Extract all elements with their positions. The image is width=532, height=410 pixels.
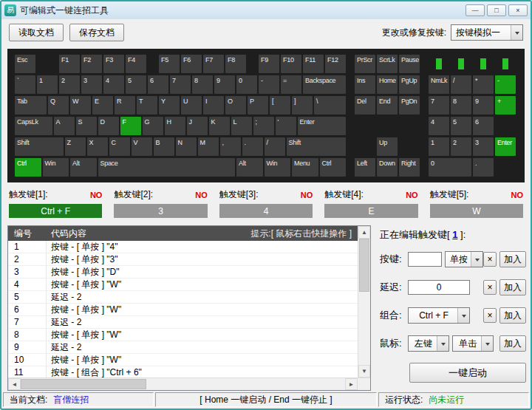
key-3[interactable]: 3	[81, 75, 102, 94]
key-del[interactable]: Del	[355, 96, 375, 115]
table-row[interactable]: 4按键 - [ 单按 ] "W"	[8, 279, 358, 291]
key-pause[interactable]: Pause	[399, 55, 420, 73]
key-right[interactable]: Right	[399, 158, 420, 177]
key-7[interactable]: 7	[170, 75, 191, 94]
key-6[interactable]: 6	[473, 117, 494, 135]
key-\[interactable]: \	[314, 96, 346, 115]
key-f8[interactable]: F8	[225, 55, 246, 73]
combo-add-button[interactable]: 加入	[499, 307, 526, 324]
delay-remove-button[interactable]: ×	[483, 280, 497, 295]
combo-remove-button[interactable]: ×	[483, 308, 497, 323]
read-doc-button[interactable]: 读取文档	[9, 24, 64, 41]
key-1[interactable]: 1	[37, 75, 58, 94]
key-f3[interactable]: F3	[103, 55, 124, 73]
key-8[interactable]: 8	[451, 96, 471, 115]
key-prscr[interactable]: PrScr	[355, 55, 375, 73]
key--[interactable]: -	[495, 75, 516, 94]
key-esc[interactable]: Esc	[15, 55, 35, 73]
key-alt[interactable]: Alt	[70, 158, 97, 177]
key-p[interactable]: P	[248, 96, 268, 115]
save-doc-button[interactable]: 保存文档	[69, 24, 124, 41]
key-s[interactable]: S	[76, 117, 97, 135]
key-f5[interactable]: F5	[159, 55, 180, 73]
key-e[interactable]: E	[92, 96, 113, 115]
key-input[interactable]	[408, 252, 442, 267]
key-`[interactable]: `	[15, 75, 35, 94]
key-c[interactable]: C	[109, 137, 130, 156]
key-w[interactable]: W	[70, 96, 91, 115]
key-v[interactable]: V	[132, 137, 152, 156]
scroll-down-icon[interactable]: ▼	[358, 365, 370, 377]
key-j[interactable]: J	[187, 117, 208, 135]
key-menu[interactable]: Menu	[292, 158, 318, 177]
key-alt[interactable]: Alt	[236, 158, 263, 177]
key-x[interactable]: X	[87, 137, 108, 156]
key-tab[interactable]: Tab	[15, 96, 47, 115]
key-m[interactable]: M	[198, 137, 219, 156]
key-pgup[interactable]: PgUp	[399, 75, 420, 94]
key-.[interactable]: .	[473, 158, 494, 177]
key-y[interactable]: Y	[159, 96, 180, 115]
key-;[interactable]: ;	[253, 117, 274, 135]
table-row[interactable]: 5延迟 - 2	[8, 291, 358, 304]
key-l[interactable]: L	[231, 117, 252, 135]
key-f7[interactable]: F7	[203, 55, 224, 73]
key-k[interactable]: K	[209, 117, 230, 135]
key-f6[interactable]: F6	[181, 55, 202, 73]
key-4[interactable]: 4	[103, 75, 124, 94]
key-scrlk[interactable]: ScrLk	[377, 55, 398, 73]
table-row[interactable]: 2按键 - [ 单按 ] "3"	[8, 253, 358, 266]
key-[[interactable]: [	[270, 96, 290, 115]
key-left[interactable]: Left	[355, 158, 375, 177]
key-t[interactable]: T	[137, 96, 157, 115]
key-backspace[interactable]: Backspace	[303, 75, 346, 94]
key-+[interactable]: +	[495, 96, 516, 115]
key-'[interactable]: '	[276, 117, 296, 135]
key-win[interactable]: Win	[43, 158, 69, 177]
key-6[interactable]: 6	[148, 75, 168, 94]
key-o[interactable]: O	[225, 96, 246, 115]
key-0[interactable]: 0	[236, 75, 257, 94]
scroll-right-icon[interactable]: ►	[345, 378, 358, 390]
scroll-left-icon[interactable]: ◄	[8, 378, 21, 390]
key-/[interactable]: /	[451, 75, 471, 94]
maximize-button[interactable]: □	[487, 4, 506, 16]
key-8[interactable]: 8	[192, 75, 213, 94]
key--[interactable]: -	[259, 75, 279, 94]
key-u[interactable]: U	[181, 96, 202, 115]
key-3[interactable]: 3	[473, 137, 494, 156]
start-button[interactable]: 一键启动	[409, 363, 526, 383]
key-f2[interactable]: F2	[81, 55, 102, 73]
key-0[interactable]: 0	[429, 158, 471, 177]
delay-add-button[interactable]: 加入	[499, 279, 526, 295]
key-f[interactable]: F	[120, 117, 141, 135]
key-capslk[interactable]: CapsLk	[15, 117, 52, 135]
trigger-key-button[interactable]: W	[430, 204, 523, 218]
key-2[interactable]: 2	[59, 75, 80, 94]
key-9[interactable]: 9	[214, 75, 235, 94]
key-ins[interactable]: Ins	[355, 75, 375, 94]
mouse-button-dropdown[interactable]: 左键	[408, 335, 449, 352]
close-button[interactable]: ×	[508, 4, 528, 16]
delay-input[interactable]	[408, 280, 470, 295]
table-row[interactable]: 3按键 - [ 单按 ] "D"	[8, 266, 358, 279]
scroll-up-icon[interactable]: ▲	[358, 226, 370, 239]
key-shift[interactable]: Shift	[15, 137, 64, 156]
key-7[interactable]: 7	[429, 96, 449, 115]
key-enter[interactable]: Enter	[495, 137, 516, 156]
key-=[interactable]: =	[281, 75, 301, 94]
key-f10[interactable]: F10	[281, 55, 301, 73]
table-vertical-scrollbar[interactable]: ▲ ▼	[358, 226, 370, 377]
key-/[interactable]: /	[265, 137, 285, 156]
key-h[interactable]: H	[165, 117, 185, 135]
key-f11[interactable]: F11	[303, 55, 324, 73]
key-shift[interactable]: Shift	[287, 137, 347, 156]
key-down[interactable]: Down	[377, 158, 398, 177]
key-end[interactable]: End	[377, 96, 398, 115]
vertical-scroll-thumb[interactable]	[359, 239, 369, 292]
table-row[interactable]: 6按键 - [ 单按 ] "W"	[8, 304, 358, 316]
key-q[interactable]: Q	[48, 96, 69, 115]
key-][interactable]: ]	[292, 96, 313, 115]
key-r[interactable]: R	[115, 96, 135, 115]
key-5[interactable]: 5	[126, 75, 146, 94]
